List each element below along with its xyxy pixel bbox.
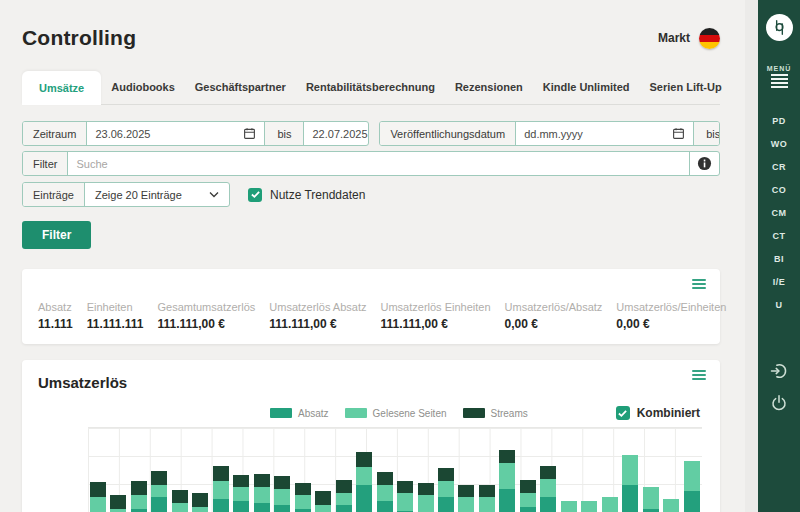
tab-geschaeftspartner[interactable]: Geschäftspartner: [185, 70, 296, 104]
bar[interactable]: [602, 497, 618, 512]
bar[interactable]: [131, 481, 147, 512]
kombiniert-checkbox-wrap[interactable]: Kombiniert: [616, 406, 700, 420]
sidebar-item-cm[interactable]: CM: [772, 208, 787, 218]
calendar-icon[interactable]: [672, 127, 685, 140]
sidebar-item-pd[interactable]: PD: [772, 116, 786, 126]
entries-selected-value: Zeige 20 Einträge: [95, 189, 182, 201]
legend-swatch-absatz: [270, 408, 292, 418]
bar[interactable]: [377, 472, 393, 512]
bar[interactable]: [254, 474, 270, 512]
bar[interactable]: [274, 476, 290, 512]
trend-checkbox-wrap[interactable]: Nutze Trenddaten: [248, 182, 365, 207]
market-selector[interactable]: Markt: [658, 28, 720, 49]
stats-card-menu-icon[interactable]: [692, 279, 706, 291]
trend-checkbox-label: Nutze Trenddaten: [270, 188, 365, 202]
kombiniert-checkbox[interactable]: [616, 406, 630, 420]
bar[interactable]: [233, 475, 249, 512]
legend-item-gelesene-seiten[interactable]: Gelesene Seiten: [345, 408, 447, 419]
search-label: Filter: [23, 152, 68, 175]
sign-in-icon[interactable]: [770, 362, 788, 380]
tab-kindle-unlimited[interactable]: Kindle Unlimited: [533, 70, 640, 104]
bar-plot: [88, 427, 702, 512]
filter-row-entries: Einträge Zeige 20 Einträge Nutze Trendda…: [22, 182, 720, 207]
bar[interactable]: [192, 493, 208, 512]
bar[interactable]: [540, 466, 556, 512]
bar[interactable]: [561, 501, 577, 512]
search-input[interactable]: [76, 158, 681, 170]
search-group: Filter: [22, 151, 720, 176]
bar[interactable]: [110, 495, 126, 512]
sidebar-item-wo[interactable]: WO: [771, 139, 788, 149]
sidebar-items: PD WO CR CO CM CT BI I/E U: [771, 116, 788, 310]
bar[interactable]: [479, 485, 495, 512]
bar[interactable]: [520, 480, 536, 512]
sidebar-item-co[interactable]: CO: [772, 185, 787, 195]
bar[interactable]: [213, 466, 229, 512]
sidebar-menu-toggle[interactable]: MENÜ: [767, 65, 792, 88]
bar[interactable]: [295, 483, 311, 512]
sidebar-item-bi[interactable]: BI: [774, 254, 784, 264]
sidebar-item-ct[interactable]: CT: [773, 231, 786, 241]
veroeffentlichung-from-input[interactable]: [524, 128, 666, 140]
sidebar-item-cr[interactable]: CR: [772, 162, 786, 172]
info-icon[interactable]: [697, 156, 712, 171]
bar[interactable]: [418, 483, 434, 512]
legend-item-streams[interactable]: Streams: [463, 408, 528, 419]
veroeffentlichungsdatum-group: Veröffentlichungsdatum bis: [379, 121, 720, 146]
calendar-icon[interactable]: [243, 127, 256, 140]
sidebar-item-ie[interactable]: I/E: [773, 277, 786, 287]
tab-serien-lift-up[interactable]: Serien Lift-Up: [640, 70, 732, 104]
tab-umsaetze[interactable]: Umsätze: [22, 71, 101, 105]
sidebar-bottom: [770, 362, 788, 412]
power-icon[interactable]: [770, 394, 788, 412]
market-label: Markt: [658, 31, 690, 45]
bar[interactable]: [581, 501, 597, 512]
tab-bar: Umsätze Audiobooks Geschäftspartner Rent…: [22, 70, 720, 105]
tab-audiobooks[interactable]: Audiobooks: [101, 70, 185, 104]
bar[interactable]: [622, 455, 638, 512]
zeitraum-label: Zeitraum: [23, 122, 87, 145]
menu-label: MENÜ: [767, 65, 792, 72]
bar[interactable]: [172, 490, 188, 512]
bar[interactable]: [684, 461, 700, 512]
stat-einheiten: Einheiten 11.111.111: [87, 301, 144, 331]
kombiniert-label: Kombiniert: [637, 406, 700, 420]
zeitraum-group: Zeitraum bis: [22, 121, 369, 146]
stats-card: Absatz 11.111 Einheiten 11.111.111 Gesam…: [22, 269, 720, 344]
main-content: Controlling Markt Umsätze Audiobooks Ges…: [0, 0, 744, 512]
check-icon: [618, 409, 627, 418]
bar[interactable]: [356, 452, 372, 512]
legend-item-absatz[interactable]: Absatz: [270, 408, 329, 419]
german-flag-icon[interactable]: [699, 28, 720, 49]
bar[interactable]: [438, 468, 454, 512]
check-icon: [251, 190, 260, 199]
bar[interactable]: [315, 491, 331, 512]
tab-rentabilitaetsberechnung[interactable]: Rentabilitätsberechnung: [296, 70, 445, 104]
zeitraum-to-input[interactable]: [312, 128, 369, 140]
bar[interactable]: [663, 499, 679, 512]
stat-umsatzerloes-pro-einheiten: Umsatzerlös/Einheiten 0,00 €: [616, 301, 726, 331]
scrollbar[interactable]: [745, 0, 758, 512]
bar[interactable]: [499, 450, 515, 512]
chart-card-menu-icon[interactable]: [692, 370, 706, 382]
tab-rezensionen[interactable]: Rezensionen: [445, 70, 533, 104]
entries-select[interactable]: Zeige 20 Einträge: [85, 183, 229, 206]
app-logo[interactable]: [766, 14, 793, 41]
zeitraum-from-input[interactable]: [95, 128, 237, 140]
filter-submit-button[interactable]: Filter: [22, 221, 91, 249]
stat-gesamtumsatzerloes: Gesamtumsatzerlös 111.111,00 €: [157, 301, 255, 331]
bar[interactable]: [397, 481, 413, 512]
page-header: Controlling Markt: [22, 26, 720, 50]
bar[interactable]: [90, 482, 106, 512]
sidebar-item-u[interactable]: U: [776, 300, 783, 310]
bar[interactable]: [151, 471, 167, 512]
info-cell[interactable]: [689, 152, 719, 175]
chart-legend-row: Absatz Gelesene Seiten Streams Kombinier…: [38, 405, 704, 421]
zeitraum-to-cell: [304, 122, 369, 145]
hamburger-icon: [771, 74, 788, 76]
stat-umsatzerloes-pro-absatz: Umsatzerlös/Absatz 0,00 €: [505, 301, 603, 331]
bar[interactable]: [643, 487, 659, 512]
bar[interactable]: [336, 480, 352, 512]
bar[interactable]: [458, 485, 474, 512]
trend-checkbox[interactable]: [248, 188, 262, 202]
